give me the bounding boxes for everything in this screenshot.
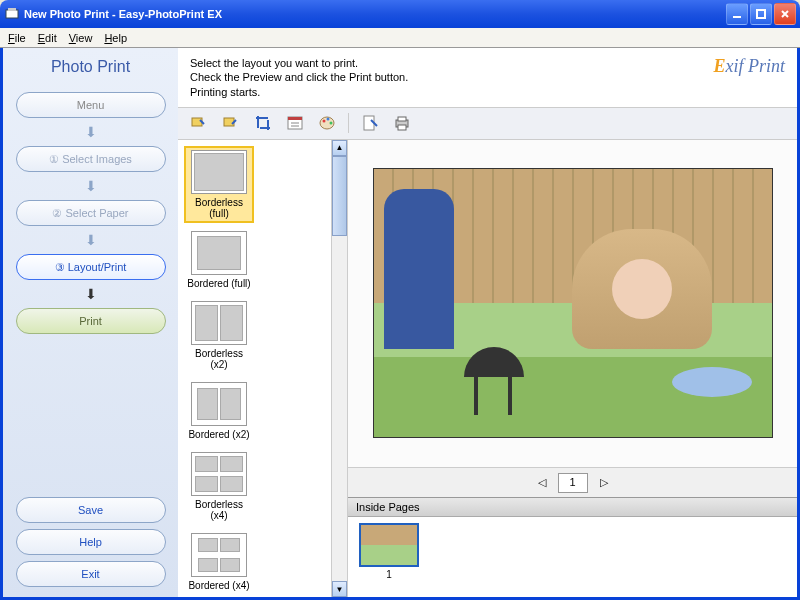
sidebar-title: Photo Print	[51, 58, 130, 76]
page-next-icon[interactable]: ▷	[596, 475, 612, 491]
layout-forward-icon[interactable]	[220, 112, 242, 134]
menu-view[interactable]: View	[69, 32, 93, 44]
layout-option-bordered-x2[interactable]: Bordered (x2)	[184, 378, 254, 444]
layout-option-bordered-full[interactable]: Bordered (full)	[184, 227, 254, 293]
svg-rect-2	[733, 16, 741, 18]
scroll-down-icon[interactable]: ▼	[332, 581, 347, 597]
app-icon	[4, 6, 20, 22]
svg-rect-16	[398, 117, 406, 121]
select-images-button[interactable]: ① Select Images	[16, 146, 166, 172]
svg-rect-0	[6, 10, 18, 18]
menu-file[interactable]: File	[8, 32, 26, 44]
svg-rect-5	[224, 118, 234, 126]
layout-option-borderless-full[interactable]: Borderless (full)	[184, 146, 254, 223]
inside-pages-panel: Inside Pages 1	[348, 497, 797, 597]
layout-scrollbar[interactable]: ▲ ▼	[331, 140, 347, 597]
preview-image	[373, 168, 773, 438]
inside-pages-header: Inside Pages	[348, 498, 797, 517]
save-button[interactable]: Save	[16, 497, 166, 523]
exit-button[interactable]: Exit	[16, 561, 166, 587]
toolbar	[178, 108, 797, 140]
window-title: New Photo Print - Easy-PhotoPrint EX	[24, 8, 726, 20]
inside-page-thumb[interactable]: 1	[354, 523, 424, 591]
layout-back-icon[interactable]	[188, 112, 210, 134]
svg-rect-7	[288, 117, 302, 120]
svg-rect-4	[192, 118, 202, 126]
layout-option-borderless-x2[interactable]: Borderless (x2)	[184, 297, 254, 374]
page-number[interactable]: 1	[558, 473, 588, 493]
menu-help[interactable]: Help	[104, 32, 127, 44]
close-button[interactable]	[774, 3, 796, 25]
preview-area: ◁ 1 ▷ Inside Pages 1	[348, 140, 797, 597]
menu-bar: File Edit View Help	[0, 28, 800, 48]
minimize-button[interactable]	[726, 3, 748, 25]
select-paper-button[interactable]: ② Select Paper	[16, 200, 166, 226]
svg-point-11	[323, 120, 326, 123]
svg-rect-17	[398, 125, 406, 130]
exif-print-logo: Exif Print	[713, 56, 785, 99]
scroll-up-icon[interactable]: ▲	[332, 140, 347, 156]
arrow-down-icon: ⬇	[85, 286, 97, 302]
sidebar: Photo Print Menu ⬇ ① Select Images ⬇ ② S…	[3, 48, 178, 597]
window-titlebar: New Photo Print - Easy-PhotoPrint EX	[0, 0, 800, 28]
layout-option-bordered-x4[interactable]: Bordered (x4)	[184, 529, 254, 595]
svg-rect-14	[364, 116, 374, 130]
date-icon[interactable]	[284, 112, 306, 134]
edit-page-icon[interactable]	[359, 112, 381, 134]
instruction-line: Select the layout you want to print.	[190, 56, 713, 70]
maximize-button[interactable]	[750, 3, 772, 25]
svg-rect-3	[757, 10, 765, 18]
menu-button[interactable]: Menu	[16, 92, 166, 118]
layout-option-borderless-x4[interactable]: Borderless (x4)	[184, 448, 254, 525]
palette-icon[interactable]	[316, 112, 338, 134]
svg-point-12	[327, 118, 330, 121]
instructions-panel: Select the layout you want to print. Che…	[178, 48, 797, 108]
scroll-thumb[interactable]	[332, 156, 347, 236]
pager: ◁ 1 ▷	[348, 467, 797, 497]
menu-edit[interactable]: Edit	[38, 32, 57, 44]
arrow-down-icon: ⬇	[85, 232, 97, 248]
crop-icon[interactable]	[252, 112, 274, 134]
arrow-down-icon: ⬇	[85, 124, 97, 140]
print-button[interactable]: Print	[16, 308, 166, 334]
instruction-line: Printing starts.	[190, 85, 713, 99]
arrow-down-icon: ⬇	[85, 178, 97, 194]
page-prev-icon[interactable]: ◁	[534, 475, 550, 491]
print-settings-icon[interactable]	[391, 112, 413, 134]
help-button[interactable]: Help	[16, 529, 166, 555]
instruction-line: Check the Preview and click the Print bu…	[190, 70, 713, 84]
layout-panel: Borderless (full) Bordered (full) Border…	[178, 140, 348, 597]
svg-rect-1	[8, 8, 16, 11]
layout-print-button[interactable]: ③ Layout/Print	[16, 254, 166, 280]
svg-point-13	[330, 122, 333, 125]
